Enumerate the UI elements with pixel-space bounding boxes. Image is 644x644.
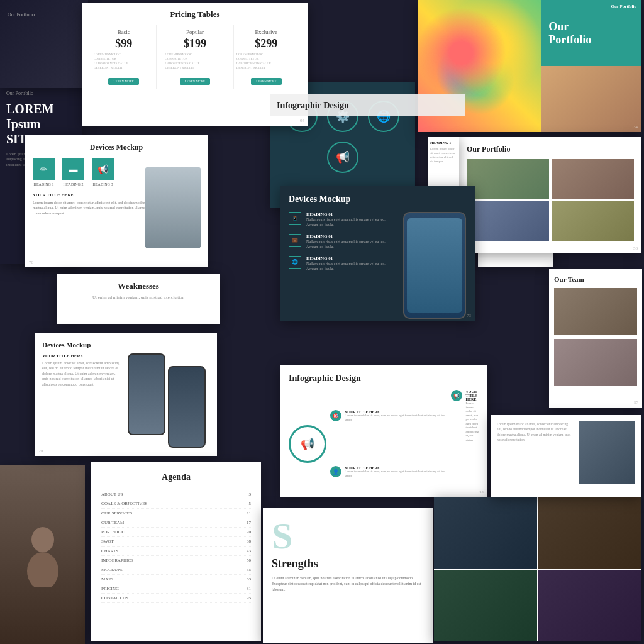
infographic-content-2: YOUR TITLE HERE Lorem ipsum dolor sit am… [465,390,479,442]
puzzle-icon-4: 📢 [327,142,358,173]
infographic-icon-3: 👤 [330,466,341,477]
photo-cell-4 [538,570,641,641]
slide-agenda: Agenda ABOUT US 3 GOALS & OBJECTIVES 5 O… [91,462,261,641]
devices-dark-item-2: 💼 HEADING 01 Nullam quis risus eget urna… [289,234,397,250]
agenda-item-9: MAPS 63 [101,575,251,584]
devices-dark-icon-1: 📱 [289,212,301,225]
phone-mockup-2 [168,366,206,448]
team-photos [554,288,637,386]
people-photo [541,66,641,132]
portfolio-img-2 [552,159,634,199]
portfolio-text: Portfolio [548,33,634,47]
infographic-grid: 🎯 YOUR TITLE HERE Lorem ipsum dolor sit … [289,390,479,497]
devices-dark-phone [403,212,466,319]
photo-cell-1 [434,497,537,569]
plan-name-popular: Popular [165,29,225,35]
agenda-item-4: PORTFOLIO 20 [101,528,251,537]
strengths-title: Strengths [272,557,424,570]
portfolio-2-images [467,159,634,241]
slide-devices-1: Devices Mockup ✏ HEADING 1 ▬ HEADING 2 📢… [25,135,208,267]
photo-cell-3 [434,570,537,641]
devices-dark-text-1: HEADING 01 Nullam quis risus eget urna m… [306,212,397,228]
plan-lorem-popular: LOREMIPSMOLOCCONSECTETURLABORIORNDIS CAL… [165,52,225,70]
infographic-content-1: YOUR TITLE HERE Lorem ipsum dolor sit am… [345,410,447,422]
slide-devices-2: Devices Mockup YOUR TITLE HERE Lorem ips… [35,333,217,456]
agenda-item-1: GOALS & OBJECTIVES 5 [101,499,251,509]
plan-price-popular: $199 [165,37,225,50]
slide-photos-right [434,497,641,641]
heading-2-label: HEADING 2 [62,182,84,186]
devices-dark-text-2: HEADING 01 Nullam quis risus eget urna m… [306,234,397,250]
plan-lorem-basic: LOREMIPSMOLOCCONSECTETURLABORIORNDIS CAL… [94,52,153,70]
team-photo-2 [554,339,637,386]
heading-1-label: HEADING 1 [33,182,55,186]
portfolio-img-4 [552,201,634,241]
plan-price-basic: $99 [94,37,153,50]
agenda-item-3: OUR TEAM 17 [101,518,251,528]
portfolio-people-img [541,66,641,132]
portfolio-page-num: 34 [633,125,638,130]
pricing-col-basic: Basic $99 LOREMIPSMOLOCCONSECTETURLABORI… [91,25,157,89]
devices-dark-content: 📱 HEADING 01 Nullam quis risus eget urna… [289,212,466,319]
portfolio-rb-text: Lorem ipsum dolor sit amet, consectetur … [497,421,574,491]
devices-dark-text-3: HEADING 01 Nullam quis risus eget urna m… [306,256,397,272]
infographic-item-3: 👤 YOUR TITLE HERE Lorem ipsum dolor sit … [330,466,447,478]
learn-more-basic[interactable]: LEARN MORE [108,78,138,85]
infographic-content-3: YOUR TITLE HERE Lorem ipsum dolor sit am… [345,466,447,478]
portfolio-2-title: Our Portfolio [467,145,634,154]
slide-portfolio-right-bottom: Lorem ipsum dolor sit amet, consectetur … [491,415,641,497]
portfolio-small-label: Our Portfolio [8,12,35,18]
slide-our-team: Our Team 57 [549,269,642,408]
device-icon-1: ✏ HEADING 1 [33,158,55,186]
agenda-item-0: ABOUT US 3 [101,490,251,499]
slide-devices-dark: Devices Mockup 📱 HEADING 01 Nullam quis … [280,186,475,321]
plan-name-basic: Basic [94,29,153,35]
devices-2-description: Lorem ipsum dolor sit amet, consectetur … [42,360,121,387]
devices-2-phones [128,353,209,448]
devices-right-image [145,167,201,248]
devices-dark-item-1: 📱 HEADING 01 Nullam quis risus eget urna… [289,212,397,228]
weaknesses-description: Ut enim ad minim veniam, quis nostrud ex… [64,295,213,300]
infographic-center-circle: 📢 [289,425,326,463]
portfolio-label-dark: Our Portfolio [6,91,75,96]
slide-person-photo [0,465,85,644]
pricing-page-num: 05 [300,118,304,123]
learn-more-popular[interactable]: LEARN MORE [180,78,210,85]
infographic-item-2: 📢 YOUR TITLE HERE Lorem ipsum dolor sit … [451,390,479,442]
devices-1-page-num: 70 [29,260,204,265]
devices-2-text: YOUR TITLE HERE Lorem ipsum dolor sit am… [42,353,121,448]
slide-hero-main: Our Portfolio [0,0,88,88]
slide-infographic-bg: Infographic Design [270,94,465,116]
portfolio-img-3 [467,201,549,241]
devices-dark-page-num: 73 [467,313,471,318]
agenda-item-6: CHARTS 43 [101,547,251,556]
devices-dark-item-3: 🌐 HEADING 01 Nullam quis risus eget urna… [289,256,397,272]
agenda-item-11: CONTACT US 95 [101,594,251,603]
agenda-item-10: PRICING 81 [101,584,251,594]
device-icon-square-2: ▬ [62,158,84,180]
heading1-text: Lorem ipsum dolor sit amet consectetur a… [430,147,457,164]
devices-dark-title: Devices Mockup [289,194,466,204]
device-icon-2: ▬ HEADING 2 [62,158,84,186]
devices-dark-icon-3: 🌐 [289,256,301,269]
pricing-col-exclusive: Exclusive $299 LOREMIPSMOLOCCONSECTETURL… [233,25,299,89]
devices-dark-phone-screen [407,218,462,313]
portfolio-rb-image [579,421,635,484]
svg-point-1 [27,552,58,587]
photo-cell-2 [538,497,641,569]
our-team-title: Our Team [554,275,637,283]
infographic-center: 📢 [289,425,326,463]
device-icon-3: 📢 HEADING 3 [92,158,114,186]
learn-more-exclusive[interactable]: LEARN MORE [251,78,281,85]
slide-weaknesses: Weaknesses Ut enim ad minim veniam, quis… [57,274,220,324]
agenda-list: ABOUT US 3 GOALS & OBJECTIVES 5 OUR SERV… [101,490,251,603]
slide-infographic-main: Infographic Design 🎯 YOUR TITLE HERE Lor… [280,365,487,497]
agenda-title: Agenda [101,472,251,482]
device-icon-square-1: ✏ [33,158,55,180]
devices-1-title: Devices Mockup [33,143,200,152]
person-silhouette [24,524,62,587]
strengths-letter: S [272,517,424,555]
heading-3-label: HEADING 3 [92,182,114,186]
person-photo-img [0,465,85,644]
devices-2-title: Devices Mockup [42,341,209,348]
